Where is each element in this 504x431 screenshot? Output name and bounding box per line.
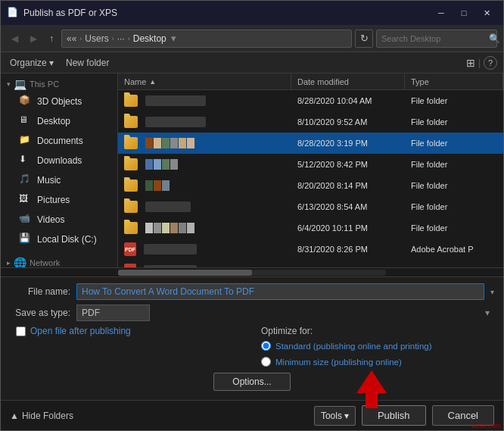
network-icon: 🌐 xyxy=(14,257,26,267)
minimum-radio-label: Minimum size (publishing online) xyxy=(275,357,402,368)
toolbar-separator: | xyxy=(478,58,481,68)
new-folder-button[interactable]: New folder xyxy=(63,56,112,70)
sidebar-item-desktop[interactable]: 🖥 Desktop xyxy=(1,111,117,131)
title-bar: 📄 Publish as PDF or XPS ─ □ ✕ xyxy=(1,1,503,25)
3dobjects-icon: 📦 xyxy=(19,95,33,108)
this-pc-icon: 💻 xyxy=(14,78,26,90)
view-button[interactable]: ⊞ xyxy=(466,57,475,69)
options-button[interactable]: Options... xyxy=(213,373,290,391)
hide-folders-button[interactable]: ▲ Hide Folders xyxy=(10,411,73,421)
file-type-cell: File folder xyxy=(405,196,503,217)
file-type-cell: File folder xyxy=(405,154,503,175)
table-row[interactable]: 5/12/2020 8:42 PM File folder xyxy=(118,154,503,175)
table-row[interactable]: PDF 8/31/2020 8:26 PM Adobe Acrobat P xyxy=(118,239,503,260)
file-name-cell: PDF xyxy=(118,239,291,260)
maximize-button[interactable]: □ xyxy=(453,5,474,20)
table-row[interactable]: 6/13/2020 8:54 AM File folder xyxy=(118,196,503,217)
file-list-area: Name ▲ Date modified Type xyxy=(118,73,503,267)
file-type-cell: Adobe Acrobat P xyxy=(405,260,503,267)
breadcrumb[interactable]: «« › Users › ··· › Desktop ▾ xyxy=(61,30,352,48)
file-name-cell xyxy=(118,133,291,154)
help-button[interactable]: ? xyxy=(484,56,497,70)
search-icon: 🔍 xyxy=(489,33,500,44)
music-icon: 🎵 xyxy=(19,173,33,187)
file-date-cell: 8/20/2020 8:14 PM xyxy=(291,175,405,196)
refresh-button[interactable]: ↻ xyxy=(355,30,373,48)
file-name-cell xyxy=(118,90,291,111)
table-row[interactable]: 8/10/2020 9:52 AM File folder xyxy=(118,111,503,133)
forward-button[interactable]: ▶ xyxy=(26,30,42,47)
filename-input[interactable] xyxy=(76,283,484,300)
breadcrumb-dropdown-button[interactable]: ▾ xyxy=(171,33,176,44)
hscroll-bar[interactable] xyxy=(1,267,503,276)
sidebar-item-3dobjects[interactable]: 📦 3D Objects xyxy=(1,92,117,111)
up-button[interactable]: ↑ xyxy=(45,30,58,47)
table-row[interactable]: PDF 8/31/2020 8:31 PM Adobe Acrobat P xyxy=(118,260,503,267)
file-name-cell xyxy=(118,217,291,239)
table-row[interactable]: 8/20/2020 8:14 PM File folder xyxy=(118,175,503,196)
table-row[interactable]: 8/28/2020 10:04 AM File folder xyxy=(118,90,503,111)
col-header-date[interactable]: Date modified xyxy=(291,73,405,89)
close-button[interactable]: ✕ xyxy=(476,5,497,20)
sidebar-item-pictures[interactable]: 🖼 Pictures xyxy=(1,190,117,210)
file-type-cell: File folder xyxy=(405,90,503,111)
file-date-cell: 8/31/2020 8:26 PM xyxy=(291,239,405,260)
app-icon: 📄 xyxy=(7,7,19,19)
organize-button[interactable]: Organize ▾ xyxy=(7,56,57,70)
nav-section-network: ▸ 🌐 Network xyxy=(1,252,117,267)
savetype-select[interactable]: PDF XPS Document xyxy=(76,305,150,321)
file-date-cell: 8/28/2020 3:19 PM xyxy=(291,133,405,154)
minimize-button[interactable]: ─ xyxy=(431,5,452,20)
folder-icon xyxy=(124,201,138,213)
file-date-cell: 8/28/2020 10:04 AM xyxy=(291,90,405,111)
expand-arrow-this-pc[interactable]: ▾ xyxy=(7,80,11,88)
col-header-type[interactable]: Type xyxy=(405,73,503,89)
file-name-cell xyxy=(118,111,291,133)
breadcrumb-item-users: Users xyxy=(85,33,108,44)
standard-radio[interactable] xyxy=(261,341,271,351)
publish-button[interactable]: Publish xyxy=(362,405,426,426)
savetype-wrapper: PDF XPS Document xyxy=(76,305,494,321)
file-date-cell: 5/12/2020 8:42 PM xyxy=(291,154,405,175)
search-input[interactable] xyxy=(381,34,486,43)
search-box[interactable]: 🔍 xyxy=(376,30,497,48)
file-name-cell xyxy=(118,196,291,217)
network-label: Network xyxy=(30,258,60,267)
savetype-row: Save as type: PDF XPS Document xyxy=(10,305,494,321)
expand-arrow-network[interactable]: ▸ xyxy=(7,259,11,267)
sidebar-item-documents-label: Documents xyxy=(37,136,83,146)
standard-radio-label: Standard (publishing online and printing… xyxy=(275,341,432,352)
folder-icon xyxy=(124,95,138,107)
nav-toolbar: ◀ ▶ ↑ «« › Users › ··· › Desktop ▾ ↻ 🔍 xyxy=(1,25,503,52)
sidebar-item-localdisk[interactable]: 💾 Local Disk (C:) xyxy=(1,230,117,249)
col-header-name[interactable]: Name ▲ xyxy=(118,73,291,89)
table-row[interactable]: 8/28/2020 3:19 PM File folder xyxy=(118,133,503,154)
sidebar-item-music[interactable]: 🎵 Music xyxy=(1,170,117,190)
file-date-cell: 6/13/2020 8:54 AM xyxy=(291,196,405,217)
file-name-cell xyxy=(118,175,291,196)
savetype-label: Save as type: xyxy=(10,308,70,318)
sidebar-item-3dobjects-label: 3D Objects xyxy=(37,96,82,107)
open-after-checkbox[interactable] xyxy=(16,326,26,336)
pictures-icon: 🖼 xyxy=(19,193,33,207)
sidebar-item-downloads-label: Downloads xyxy=(37,155,82,166)
file-type-cell: File folder xyxy=(405,133,503,154)
table-row[interactable]: 6/4/2020 10:11 PM File folder xyxy=(118,217,503,239)
folder-icon xyxy=(124,137,138,149)
back-button[interactable]: ◀ xyxy=(7,30,23,47)
sidebar-item-downloads[interactable]: ⬇ Downloads xyxy=(1,151,117,170)
sidebar-item-videos-label: Videos xyxy=(37,214,64,225)
dialog-title: Publish as PDF or XPS xyxy=(23,8,431,18)
publish-dialog: 📄 Publish as PDF or XPS ─ □ ✕ ◀ ▶ ↑ «« ›… xyxy=(0,0,504,431)
sort-arrow: ▲ xyxy=(149,78,156,86)
file-type-cell: File folder xyxy=(405,217,503,239)
sidebar-item-documents[interactable]: 📁 Documents xyxy=(1,131,117,151)
cancel-button[interactable]: Cancel xyxy=(432,405,494,426)
open-after-checkbox-row: Open file after publishing xyxy=(16,326,249,336)
sidebar-item-videos[interactable]: 📹 Videos xyxy=(1,210,117,230)
optimize-label-row: Optimize for: xyxy=(261,326,494,336)
tools-button[interactable]: Tools ▾ xyxy=(314,406,356,426)
nav-section-this-pc: ▾ 💻 This PC xyxy=(1,73,117,92)
minimum-radio[interactable] xyxy=(261,357,271,367)
file-type-cell: Adobe Acrobat P xyxy=(405,239,503,260)
